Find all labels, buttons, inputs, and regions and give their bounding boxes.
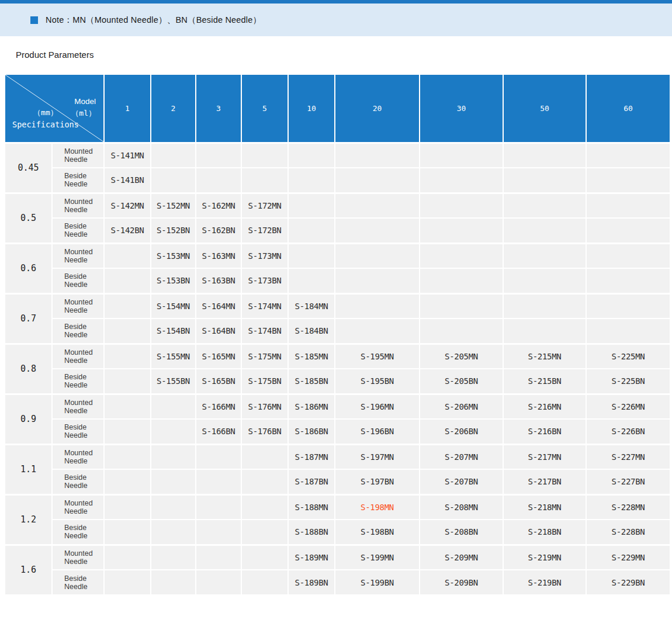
model-code-cell[interactable]: S-218BN xyxy=(503,520,586,545)
model-code-cell[interactable]: S-228MN xyxy=(586,494,670,520)
model-code-cell[interactable]: S-163BN xyxy=(196,268,241,293)
empty-cell xyxy=(151,143,196,168)
model-code-cell[interactable]: S-185MN xyxy=(288,344,335,369)
model-code-cell[interactable]: S-152MN xyxy=(151,193,196,218)
model-code-cell[interactable]: S-216MN xyxy=(503,394,586,419)
model-code-cell[interactable]: S-162MN xyxy=(196,193,241,218)
mounted-needle-label-text: Mounted Needle xyxy=(64,549,98,566)
model-code-cell-highlighted[interactable]: S-198MN xyxy=(335,494,420,520)
model-code-cell[interactable]: S-174BN xyxy=(241,318,288,344)
model-code-cell[interactable]: S-154MN xyxy=(151,293,196,318)
model-code-cell[interactable]: S-176BN xyxy=(241,419,288,444)
model-code-cell[interactable]: S-225BN xyxy=(586,369,670,394)
model-code-cell[interactable]: S-195BN xyxy=(335,369,420,394)
model-code-cell[interactable]: S-166BN xyxy=(196,419,241,444)
model-code-cell[interactable]: S-225MN xyxy=(586,344,670,369)
mounted-needle-row: 1.1Mounted NeedleS-187MNS-197MNS-207MNS-… xyxy=(5,444,670,469)
model-code-cell[interactable]: S-229BN xyxy=(586,570,670,595)
model-code-cell[interactable]: S-165BN xyxy=(196,369,241,394)
model-code-cell[interactable]: S-205MN xyxy=(420,344,503,369)
model-code-cell[interactable]: S-188BN xyxy=(288,520,335,545)
model-code-cell[interactable]: S-185BN xyxy=(288,369,335,394)
model-code-cell[interactable]: S-175MN xyxy=(241,344,288,369)
model-code-cell[interactable]: S-187MN xyxy=(288,444,335,469)
model-code-cell[interactable]: S-155MN xyxy=(151,344,196,369)
model-code-cell[interactable]: S-184BN xyxy=(288,318,335,344)
model-code-cell[interactable]: S-163MN xyxy=(196,243,241,268)
model-code-cell[interactable]: S-217BN xyxy=(503,469,586,494)
model-code-cell[interactable]: S-173MN xyxy=(241,243,288,268)
model-code-cell[interactable]: S-173BN xyxy=(241,268,288,293)
model-code-cell[interactable]: S-188MN xyxy=(288,494,335,520)
empty-cell xyxy=(586,193,670,218)
spec-value-cell: 0.45 xyxy=(5,143,52,193)
model-code-cell[interactable]: S-209BN xyxy=(420,570,503,595)
model-code-cell[interactable]: S-195MN xyxy=(335,344,420,369)
beside-needle-row: Beside NeedleS-187BNS-197BNS-207BNS-217B… xyxy=(5,469,670,494)
model-code-cell[interactable]: S-175BN xyxy=(241,369,288,394)
model-code-cell[interactable]: S-205BN xyxy=(420,369,503,394)
spec-group-1.1: 1.1Mounted NeedleS-187MNS-197MNS-207MNS-… xyxy=(5,444,670,494)
model-code-cell[interactable]: S-155BN xyxy=(151,369,196,394)
model-code-cell[interactable]: S-166MN xyxy=(196,394,241,419)
model-code-cell[interactable]: S-198BN xyxy=(335,520,420,545)
model-code-cell[interactable]: S-219BN xyxy=(503,570,586,595)
model-code-cell[interactable]: S-186MN xyxy=(288,394,335,419)
model-code-cell[interactable]: S-209MN xyxy=(420,545,503,570)
model-code-cell[interactable]: S-199BN xyxy=(335,570,420,595)
column-header-30ml: 30 xyxy=(420,74,503,143)
model-code-cell[interactable]: S-196MN xyxy=(335,394,420,419)
model-code-cell[interactable]: S-215MN xyxy=(503,344,586,369)
model-code-cell[interactable]: S-162BN xyxy=(196,218,241,243)
model-code-cell[interactable]: S-176MN xyxy=(241,394,288,419)
model-code-cell[interactable]: S-196BN xyxy=(335,419,420,444)
model-code-cell[interactable]: S-164BN xyxy=(196,318,241,344)
model-code-cell[interactable]: S-206MN xyxy=(420,394,503,419)
model-code-cell[interactable]: S-207BN xyxy=(420,469,503,494)
model-code-cell[interactable]: S-197BN xyxy=(335,469,420,494)
model-code-cell[interactable]: S-187BN xyxy=(288,469,335,494)
model-code-cell[interactable]: S-217MN xyxy=(503,444,586,469)
model-code-cell[interactable]: S-208BN xyxy=(420,520,503,545)
empty-cell xyxy=(151,168,196,193)
empty-cell xyxy=(104,318,151,344)
empty-cell xyxy=(503,293,586,318)
model-code-cell[interactable]: S-227MN xyxy=(586,444,670,469)
model-code-cell[interactable]: S-219MN xyxy=(503,545,586,570)
model-code-cell[interactable]: S-218MN xyxy=(503,494,586,520)
model-code-cell[interactable]: S-207MN xyxy=(420,444,503,469)
model-code-cell[interactable]: S-208MN xyxy=(420,494,503,520)
model-code-cell[interactable]: S-199MN xyxy=(335,545,420,570)
empty-cell xyxy=(503,193,586,218)
model-code-cell[interactable]: S-172BN xyxy=(241,218,288,243)
model-code-cell[interactable]: S-184MN xyxy=(288,293,335,318)
model-code-cell[interactable]: S-165MN xyxy=(196,344,241,369)
model-code-cell[interactable]: S-153BN xyxy=(151,268,196,293)
model-code-cell[interactable]: S-164MN xyxy=(196,293,241,318)
model-code-cell[interactable]: S-226MN xyxy=(586,394,670,419)
model-code-cell[interactable]: S-227BN xyxy=(586,469,670,494)
model-code-cell[interactable]: S-229MN xyxy=(586,545,670,570)
model-code-cell[interactable]: S-142BN xyxy=(104,218,151,243)
model-code-cell[interactable]: S-197MN xyxy=(335,444,420,469)
model-code-cell[interactable]: S-186BN xyxy=(288,419,335,444)
corner-header-cell: Model （ml） （mm） Specifications xyxy=(5,74,104,143)
model-code-cell[interactable]: S-189BN xyxy=(288,570,335,595)
model-code-cell[interactable]: S-216BN xyxy=(503,419,586,444)
model-code-cell[interactable]: S-189MN xyxy=(288,545,335,570)
empty-cell xyxy=(104,394,151,419)
model-code-cell[interactable]: S-141MN xyxy=(104,143,151,168)
model-code-cell[interactable]: S-215BN xyxy=(503,369,586,394)
header-row: Model （ml） （mm） Specifications 123510203… xyxy=(5,74,670,143)
model-code-cell[interactable]: S-142MN xyxy=(104,193,151,218)
model-code-cell[interactable]: S-153MN xyxy=(151,243,196,268)
model-code-cell[interactable]: S-172MN xyxy=(241,193,288,218)
model-code-cell[interactable]: S-152BN xyxy=(151,218,196,243)
model-code-cell[interactable]: S-174MN xyxy=(241,293,288,318)
model-code-cell[interactable]: S-154BN xyxy=(151,318,196,344)
model-code-cell[interactable]: S-228BN xyxy=(586,520,670,545)
model-code-cell[interactable]: S-206BN xyxy=(420,419,503,444)
model-code-cell[interactable]: S-141BN xyxy=(104,168,151,193)
beside-needle-label: Beside Needle xyxy=(52,218,104,243)
model-code-cell[interactable]: S-226BN xyxy=(586,419,670,444)
